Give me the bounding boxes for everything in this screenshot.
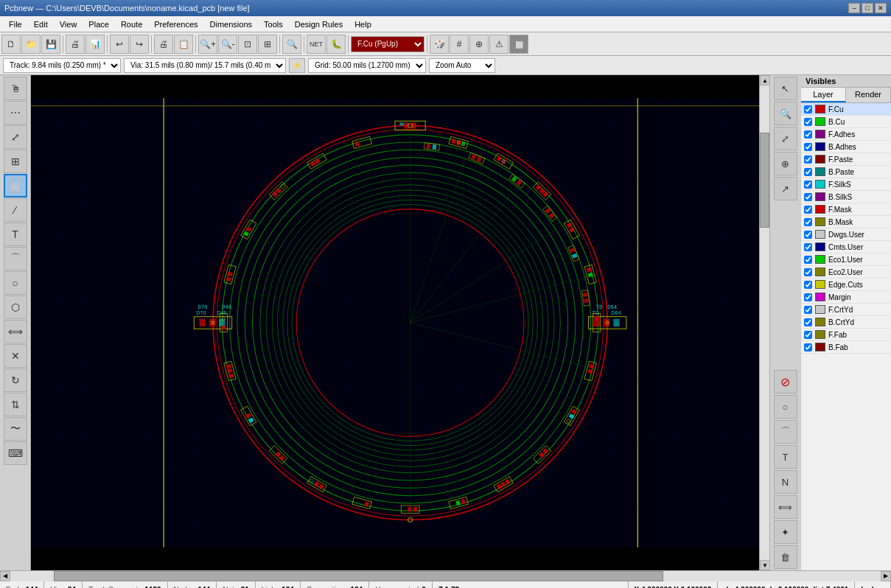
layer-checkbox-eco2-user[interactable] bbox=[804, 268, 812, 276]
redo-button[interactable]: ↪ bbox=[130, 35, 149, 54]
display-button[interactable]: ▦ bbox=[509, 35, 528, 54]
exit-tool[interactable]: ↗ bbox=[774, 177, 797, 200]
scroll-down-button[interactable]: ▼ bbox=[760, 560, 770, 570]
layer-checkbox-edge-cuts[interactable] bbox=[804, 281, 812, 289]
route-track-tool[interactable]: ⤢ bbox=[4, 125, 27, 149]
layer-checkbox-b-cu[interactable] bbox=[804, 118, 812, 126]
add-arc-tool[interactable]: ⌒ bbox=[4, 247, 27, 270]
layer-checkbox-b-adhes[interactable] bbox=[804, 143, 812, 151]
drc-button[interactable]: 🐛 bbox=[326, 35, 346, 54]
close-button[interactable]: ✕ bbox=[875, 3, 887, 13]
hscroll-thumb[interactable] bbox=[54, 571, 663, 581]
drc2-button[interactable]: ⚡ bbox=[289, 58, 305, 73]
layer-checkbox-b-paste[interactable] bbox=[804, 168, 812, 176]
layer-item-eco1-user[interactable]: Eco1.User bbox=[801, 253, 891, 266]
menu-item-place[interactable]: Place bbox=[83, 18, 115, 30]
print-button[interactable]: 🖨 bbox=[66, 35, 85, 54]
layer-item-eco2-user[interactable]: Eco2.User bbox=[801, 266, 891, 279]
layer-checkbox-cmts-user[interactable] bbox=[804, 243, 812, 251]
layer-checkbox-f-adhes[interactable] bbox=[804, 130, 812, 139]
3d-button[interactable]: 🎲 bbox=[430, 35, 449, 54]
push-tool[interactable]: ⊕ bbox=[774, 152, 797, 175]
layer-item-f-crtyd[interactable]: F.CrtYd bbox=[801, 304, 891, 316]
layer-item-margin[interactable]: Margin bbox=[801, 291, 891, 304]
layer-selector[interactable]: F.Cu (PgUp) bbox=[351, 36, 424, 52]
layer-item-edge-cuts[interactable]: Edge.Cuts bbox=[801, 279, 891, 291]
text-icon[interactable]: T bbox=[774, 445, 797, 469]
circle-icon[interactable]: ○ bbox=[774, 395, 797, 419]
drc-icon[interactable]: ⊘ bbox=[774, 370, 797, 393]
menu-item-route[interactable]: Route bbox=[115, 18, 148, 30]
track-selector[interactable]: Track: 9.84 mils (0.250 mm) * bbox=[3, 58, 121, 73]
measure-icon[interactable]: ⟺ bbox=[774, 495, 797, 519]
layer-checkbox-margin[interactable] bbox=[804, 293, 812, 301]
layer-checkbox-f-silks[interactable] bbox=[804, 181, 812, 189]
layer-item-b-adhes[interactable]: B.Adhes bbox=[801, 141, 891, 153]
compass-icon[interactable]: ✦ bbox=[774, 520, 797, 544]
warn-button[interactable]: ⚠ bbox=[489, 35, 509, 54]
vertical-scrollbar[interactable]: ▲ ▼ bbox=[759, 75, 769, 570]
active-tool[interactable]: ▦ bbox=[4, 174, 27, 197]
hscroll-track[interactable] bbox=[10, 571, 881, 581]
open-button[interactable]: 📁 bbox=[21, 35, 41, 54]
layer-checkbox-f-fab[interactable] bbox=[804, 331, 812, 339]
layer-item-b-fab[interactable]: B.Fab bbox=[801, 341, 891, 354]
add-module-tool[interactable]: ⊞ bbox=[4, 150, 27, 173]
minimize-button[interactable]: – bbox=[848, 3, 860, 13]
scroll-up-button[interactable]: ▲ bbox=[760, 75, 770, 85]
scroll-thumb[interactable] bbox=[760, 133, 769, 228]
gerber-button[interactable]: 📋 bbox=[174, 35, 193, 54]
menu-item-file[interactable]: File bbox=[3, 18, 28, 30]
layer-checkbox-dwgs-user[interactable] bbox=[804, 231, 812, 239]
new-button[interactable]: 🗋 bbox=[1, 35, 21, 54]
add-line-tool[interactable]: ∕ bbox=[4, 198, 27, 222]
via-selector[interactable]: Via: 31.5 mils (0.80 mm)/ 15.7 mils (0.4… bbox=[124, 58, 286, 73]
delete-icon[interactable]: 🗑 bbox=[774, 545, 797, 569]
layer-checkbox-f-paste[interactable] bbox=[804, 155, 812, 164]
grid-selector[interactable]: Grid: 50.00 mils (1.2700 mm) bbox=[308, 58, 426, 73]
save-button[interactable]: 💾 bbox=[41, 35, 60, 54]
north-icon[interactable]: N bbox=[774, 470, 797, 494]
layer-checkbox-b-fab[interactable] bbox=[804, 343, 812, 351]
layer-item-b-mask[interactable]: B.Mask bbox=[801, 216, 891, 228]
scroll-track[interactable] bbox=[760, 85, 769, 560]
plot-button[interactable]: 📊 bbox=[85, 35, 105, 54]
tab-layer[interactable]: Layer bbox=[801, 88, 846, 102]
menu-item-dimensions[interactable]: Dimensions bbox=[204, 18, 258, 30]
layer-checkbox-b-mask[interactable] bbox=[804, 218, 812, 226]
scroll-right-button[interactable]: ▶ bbox=[881, 571, 891, 581]
layer-checkbox-f-crtyd[interactable] bbox=[804, 306, 812, 314]
layer-checkbox-b-crtyd[interactable] bbox=[804, 318, 812, 326]
pcb-canvas[interactable]: D70 D46 T0 D64 // This will be handled v… bbox=[31, 75, 759, 570]
layer-item-b-silks[interactable]: B.SilkS bbox=[801, 191, 891, 203]
layer-checkbox-f-mask[interactable] bbox=[804, 206, 812, 214]
menu-item-preferences[interactable]: Preferences bbox=[148, 18, 203, 30]
horizontal-scrollbar[interactable]: ◀ ▶ bbox=[0, 570, 891, 581]
add-text-tool[interactable]: T bbox=[4, 223, 27, 246]
layer-item-f-paste[interactable]: F.Paste bbox=[801, 153, 891, 166]
layer-item-dwgs-user[interactable]: Dwgs.User bbox=[801, 228, 891, 241]
zoom-in-button[interactable]: 🔍+ bbox=[198, 35, 217, 54]
add-poly-tool[interactable]: ⬡ bbox=[4, 295, 27, 319]
zoom-area-button[interactable]: ⊞ bbox=[258, 35, 277, 54]
measure-tool[interactable]: ⟺ bbox=[4, 320, 27, 343]
arc-icon[interactable]: ⌒ bbox=[774, 420, 797, 444]
rotate-tool[interactable]: ↻ bbox=[4, 368, 27, 392]
origin-button[interactable]: ⊕ bbox=[469, 35, 489, 54]
menu-item-tools[interactable]: Tools bbox=[258, 18, 289, 30]
find-button[interactable]: 🔍 bbox=[282, 35, 301, 54]
microwave-tool[interactable]: 〜 bbox=[4, 417, 27, 441]
search-tool[interactable]: 🔍 bbox=[774, 102, 797, 125]
menu-item-edit[interactable]: Edit bbox=[28, 18, 54, 30]
add-circle-tool[interactable]: ○ bbox=[4, 271, 27, 295]
zoom-fit-button[interactable]: ⊡ bbox=[238, 35, 257, 54]
maximize-button[interactable]: □ bbox=[862, 3, 873, 13]
layer-item-b-cu[interactable]: B.Cu bbox=[801, 116, 891, 128]
netlist-button[interactable]: NET bbox=[307, 35, 326, 54]
layer-item-b-crtyd[interactable]: B.CrtYd bbox=[801, 316, 891, 329]
tab-render[interactable]: Render bbox=[846, 88, 891, 102]
layer-checkbox-f-cu[interactable] bbox=[804, 105, 812, 113]
scripting-tool[interactable]: ⌨ bbox=[4, 441, 27, 465]
menu-item-design rules[interactable]: Design Rules bbox=[289, 18, 349, 30]
flip-tool[interactable]: ⇅ bbox=[4, 393, 27, 416]
